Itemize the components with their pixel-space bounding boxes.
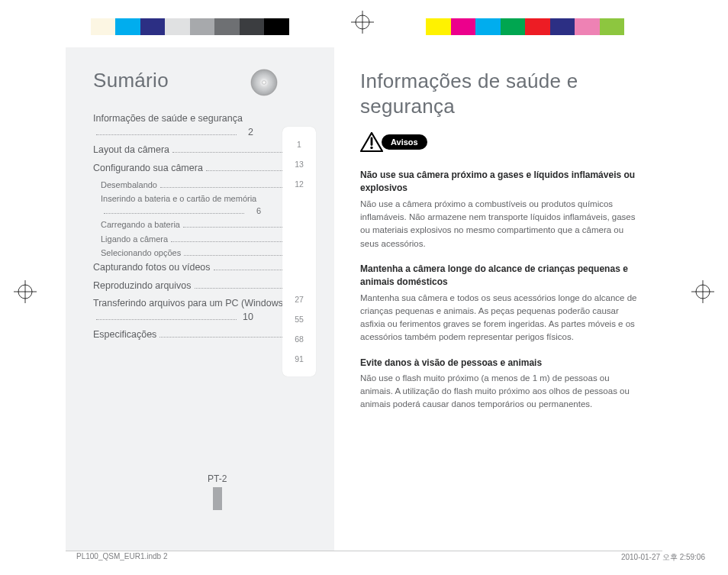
color-swatch <box>624 18 649 35</box>
content-column: Informações de saúde e segurança Avisos … <box>334 47 662 551</box>
svg-point-13 <box>370 147 372 149</box>
toc-item: Desembalando5 <box>93 179 311 191</box>
side-page-number: 55 <box>282 309 316 329</box>
toc-item: Transferindo arquivos para um PC (Window… <box>93 297 311 324</box>
toc-item: Inserindo a bateria e o cartão de memóri… <box>93 193 311 217</box>
toc-label: Layout da câmera <box>93 144 169 157</box>
toc-title: Sumário <box>93 69 311 92</box>
toc-item: Ligando a câmera7 <box>93 234 311 245</box>
printer-color-bar-right <box>426 18 649 35</box>
cd-disc-icon <box>250 69 278 96</box>
toc-leader <box>160 187 295 188</box>
side-page-number: 13 <box>282 154 316 174</box>
registration-mark-icon <box>691 280 714 303</box>
toc-label: Especificações <box>93 328 156 342</box>
content-title: Informações de saúde e segurança <box>360 69 639 118</box>
color-swatch <box>475 18 501 35</box>
color-swatch <box>190 18 215 35</box>
toc-label: Reproduzindo arquivos <box>93 279 192 293</box>
section-body: Não use a câmera próximo a combustíveis … <box>360 198 639 250</box>
toc-item: Configurando sua câmera5 <box>93 162 311 176</box>
toc-label: Transferindo arquivos para um PC (Window… <box>93 297 286 311</box>
toc-label: Ligando a câmera <box>101 234 168 245</box>
color-swatch <box>525 18 550 35</box>
toc-leader <box>96 319 237 320</box>
section-heading: Mantenha a câmera longe do alcance de cr… <box>360 263 639 289</box>
footer-filename: PL100_QSM_EUR1.indb 2 <box>76 552 168 563</box>
svg-point-11 <box>263 81 266 84</box>
color-swatch <box>550 18 575 35</box>
registration-mark-icon <box>14 280 37 303</box>
toc-page: 6 <box>247 205 261 217</box>
color-swatch <box>115 18 140 35</box>
toc-leader <box>195 288 295 289</box>
color-swatch <box>451 18 476 35</box>
toc-page: 10 <box>240 311 253 325</box>
section-heading: Evite danos à visão de pessoas e animais <box>360 357 639 370</box>
color-swatch <box>165 18 190 35</box>
toc-item: Layout da câmera4 <box>93 144 311 157</box>
color-swatch <box>501 18 526 35</box>
color-swatch <box>91 18 116 35</box>
toc-leader <box>183 227 295 228</box>
toc-item: Reproduzindo arquivos9 <box>93 279 311 293</box>
toc-leader <box>206 170 295 171</box>
toc-item: Especificações11 <box>93 328 311 342</box>
warning-triangle-icon <box>360 132 383 152</box>
document-page: Sumário Informações de saúde e segurança… <box>66 47 662 551</box>
side-page-number: 12 <box>282 174 316 289</box>
section-body: Mantenha sua câmera e todos os seus aces… <box>360 292 639 344</box>
toc-item: Selecionando opções7 <box>93 247 311 259</box>
side-page-number: 27 <box>282 289 316 309</box>
footer-timestamp: 2010-01-27 오후 2:59:06 <box>621 552 705 563</box>
side-page-numbers: 1131227556891 <box>282 127 316 376</box>
color-swatch <box>240 18 265 35</box>
toc-page: 2 <box>240 126 253 140</box>
color-swatch <box>426 18 451 35</box>
warning-badge-row: Avisos <box>360 132 639 152</box>
section-body: Não use o flash muito próximo (a menos d… <box>360 372 639 412</box>
toc-leader <box>159 337 295 338</box>
footer-divider <box>66 551 662 551</box>
color-swatch <box>66 18 91 35</box>
toc-label: Informações de saúde e segurança <box>93 112 243 126</box>
side-page-number: 68 <box>282 329 316 349</box>
toc-item: Capturando fotos ou vídeos8 <box>93 261 311 275</box>
toc-label: Selecionando opções <box>101 247 181 259</box>
color-swatch <box>600 18 625 35</box>
registration-mark-icon <box>351 11 374 34</box>
toc-label: Capturando fotos ou vídeos <box>93 261 211 275</box>
page-marker-label: PT-2 <box>208 473 227 484</box>
toc-leader <box>184 255 295 256</box>
color-swatch <box>264 18 289 35</box>
printer-color-bar-left <box>66 18 289 35</box>
color-swatch <box>214 18 240 35</box>
page-marker-bar <box>213 487 222 510</box>
color-swatch <box>140 18 166 35</box>
side-page-number: 91 <box>282 349 316 369</box>
toc-label: Inserindo a bateria e o cartão de memóri… <box>101 193 256 205</box>
toc-label: Carregando a bateria <box>101 219 180 231</box>
side-page-number: 1 <box>282 134 316 154</box>
toc-leader <box>171 241 295 242</box>
toc-column: Sumário Informações de saúde e segurança… <box>66 47 334 551</box>
toc-leader <box>96 134 237 135</box>
content-sections: Não use sua câmera próximo a gases e líq… <box>360 169 639 412</box>
toc-list: Informações de saúde e segurança2Layout … <box>93 112 311 342</box>
page-marker: PT-2 <box>208 473 227 510</box>
toc-label: Desembalando <box>101 179 157 191</box>
toc-leader <box>172 152 295 153</box>
toc-leader <box>104 213 244 214</box>
toc-item: Carregando a bateria6 <box>93 219 311 231</box>
print-footer: PL100_QSM_EUR1.indb 2 2010-01-27 오후 2:59… <box>76 552 705 563</box>
section-heading: Não use sua câmera próximo a gases e líq… <box>360 169 639 195</box>
toc-item: Informações de saúde e segurança2 <box>93 112 311 139</box>
toc-label: Configurando sua câmera <box>93 162 203 176</box>
color-swatch <box>575 18 600 35</box>
warning-badge: Avisos <box>382 134 427 150</box>
